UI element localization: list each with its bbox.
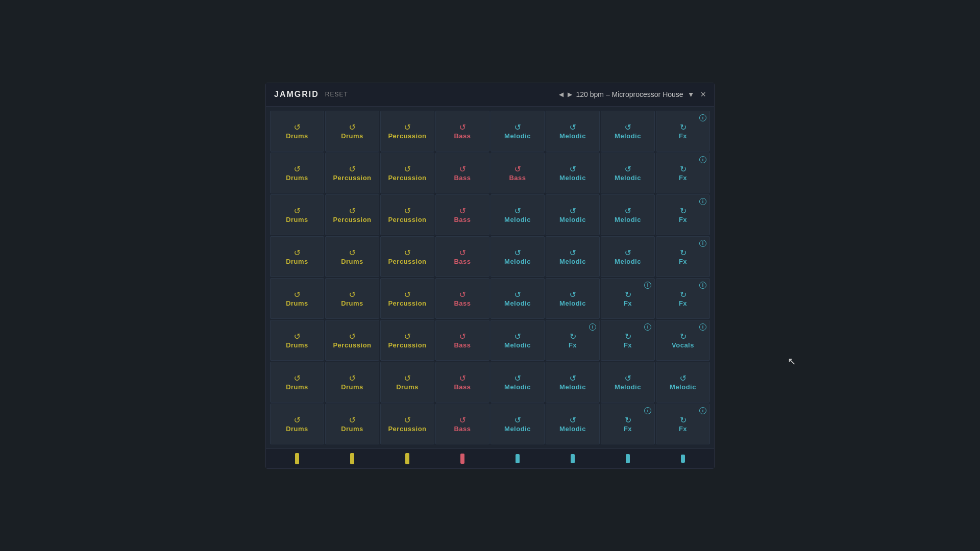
col-bar[interactable] (516, 454, 520, 463)
grid-cell[interactable]: ↻Melodic (546, 153, 600, 193)
grid-cell[interactable]: ↻Melodic (491, 278, 545, 319)
grid-cell[interactable]: i↻Fx (656, 404, 710, 444)
grid-cell[interactable]: ↻Bass (435, 320, 489, 361)
grid-cell[interactable]: i↻Fx (601, 404, 655, 444)
grid-cell[interactable]: i↻Fx (601, 320, 655, 361)
grid-cell[interactable]: ↻Percussion (325, 194, 379, 235)
grid-cell[interactable]: ↻Melodic (546, 362, 600, 403)
grid-cell[interactable]: ↻Bass (491, 153, 545, 193)
grid-cell[interactable]: ↻Drums (270, 362, 324, 403)
grid-cell[interactable]: ↻Drums (270, 111, 324, 152)
col-bar[interactable] (626, 454, 630, 463)
grid-cell[interactable]: ↻Drums (325, 236, 379, 277)
grid-cell[interactable]: ↻Drums (270, 278, 324, 319)
info-icon: i (699, 156, 706, 163)
refresh-icon: ↻ (459, 122, 466, 132)
grid-cell[interactable]: ↻Melodic (491, 362, 545, 403)
col-bar[interactable] (460, 454, 464, 464)
refresh-icon: ↻ (625, 373, 631, 383)
cell-label: Drums (286, 341, 308, 349)
reset-button[interactable]: RESET (325, 91, 348, 98)
cell-label: Fx (679, 299, 687, 307)
refresh-icon: ↻ (459, 290, 466, 299)
cell-label: Bass (454, 174, 471, 182)
grid-cell[interactable]: ↻Drums (325, 278, 379, 319)
grid-cell[interactable]: ↻Percussion (325, 153, 379, 193)
grid-cell[interactable]: ↻Melodic (491, 236, 545, 277)
grid-cell[interactable]: ↻Melodic (546, 404, 600, 444)
refresh-icon: ↻ (294, 373, 301, 383)
grid-cell[interactable]: ↻Melodic (546, 194, 600, 235)
grid-cell[interactable]: i↻Fx (546, 320, 600, 361)
col-bar[interactable] (295, 453, 299, 464)
grid-cell[interactable]: ↻Percussion (380, 236, 434, 277)
col-bar[interactable] (350, 453, 354, 464)
info-icon: i (644, 282, 651, 289)
grid-cell[interactable]: ↻Melodic (656, 362, 710, 403)
grid-cell[interactable]: ↻Percussion (380, 194, 434, 235)
col-bar[interactable] (405, 453, 409, 464)
grid-cell[interactable]: ↻Melodic (491, 404, 545, 444)
grid-cell[interactable]: ↻Drums (270, 404, 324, 444)
grid-cell[interactable]: i↻Fx (656, 111, 710, 152)
col-bar[interactable] (571, 454, 575, 463)
grid-cell[interactable]: ↻Bass (435, 111, 489, 152)
grid-cell[interactable]: i↻Fx (656, 153, 710, 193)
refresh-icon: ↻ (459, 332, 466, 341)
grid-cell[interactable]: ↻Melodic (546, 236, 600, 277)
grid-cell[interactable]: ↻Percussion (380, 153, 434, 193)
grid-cell[interactable]: ↻Melodic (491, 111, 545, 152)
grid-cell[interactable]: ↻Drums (380, 362, 434, 403)
grid-cell[interactable]: ↻Drums (270, 320, 324, 361)
grid-cell[interactable]: ↻Bass (435, 194, 489, 235)
cell-label: Percussion (388, 341, 426, 349)
grid-cell[interactable]: ↻Bass (435, 404, 489, 444)
refresh-icon: ↻ (459, 164, 466, 174)
cell-label: Melodic (504, 383, 531, 391)
grid-cell[interactable]: i↻Fx (656, 278, 710, 319)
refresh-icon: ↻ (294, 415, 301, 425)
cell-label: Melodic (670, 383, 696, 391)
refresh-icon: ↻ (625, 164, 631, 174)
col-bar[interactable] (681, 455, 685, 463)
grid-cell[interactable]: ↻Bass (435, 153, 489, 193)
cell-label: Fx (679, 425, 687, 433)
nav-next-icon[interactable]: ▶ (568, 91, 572, 98)
grid-cell[interactable]: ↻Drums (325, 111, 379, 152)
grid-cell[interactable]: ↻Melodic (601, 153, 655, 193)
grid-cell[interactable]: ↻Bass (435, 278, 489, 319)
refresh-icon: ↻ (514, 248, 521, 258)
cell-label: Drums (286, 383, 308, 391)
grid-cell[interactable]: ↻Drums (325, 404, 379, 444)
nav-prev-icon[interactable]: ◀ (559, 91, 564, 98)
close-button[interactable]: × (700, 89, 706, 100)
grid-cell[interactable]: i↻Fx (601, 278, 655, 319)
main-grid: ↻Drums↻Drums↻Percussion↻Bass↻Melodic↻Mel… (270, 111, 710, 444)
info-icon: ↻ (680, 122, 687, 132)
grid-cell[interactable]: ↻Percussion (380, 320, 434, 361)
dropdown-icon[interactable]: ▼ (688, 90, 695, 98)
grid-cell[interactable]: ↻Percussion (380, 404, 434, 444)
grid-cell[interactable]: ↻Bass (435, 236, 489, 277)
grid-cell[interactable]: ↻Melodic (491, 320, 545, 361)
grid-cell[interactable]: ↻Melodic (601, 194, 655, 235)
grid-cell[interactable]: ↻Melodic (546, 111, 600, 152)
grid-cell[interactable]: i↻Fx (656, 236, 710, 277)
grid-cell[interactable]: ↻Drums (270, 153, 324, 193)
grid-cell[interactable]: ↻Drums (270, 194, 324, 235)
grid-cell[interactable]: i↻Vocals (656, 320, 710, 361)
grid-cell[interactable]: ↻Melodic (601, 236, 655, 277)
grid-cell[interactable]: ↻Percussion (325, 320, 379, 361)
grid-cell[interactable]: ↻Melodic (601, 362, 655, 403)
grid-cell[interactable]: ↻Percussion (380, 278, 434, 319)
cell-label: Drums (286, 258, 308, 265)
grid-cell[interactable]: ↻Drums (270, 236, 324, 277)
cell-label: Percussion (388, 425, 426, 433)
grid-cell[interactable]: ↻Melodic (546, 278, 600, 319)
grid-cell[interactable]: ↻Melodic (491, 194, 545, 235)
grid-cell[interactable]: ↻Percussion (380, 111, 434, 152)
grid-cell[interactable]: ↻Drums (325, 362, 379, 403)
grid-cell[interactable]: ↻Melodic (601, 111, 655, 152)
grid-cell[interactable]: ↻Bass (435, 362, 489, 403)
grid-cell[interactable]: i↻Fx (656, 194, 710, 235)
